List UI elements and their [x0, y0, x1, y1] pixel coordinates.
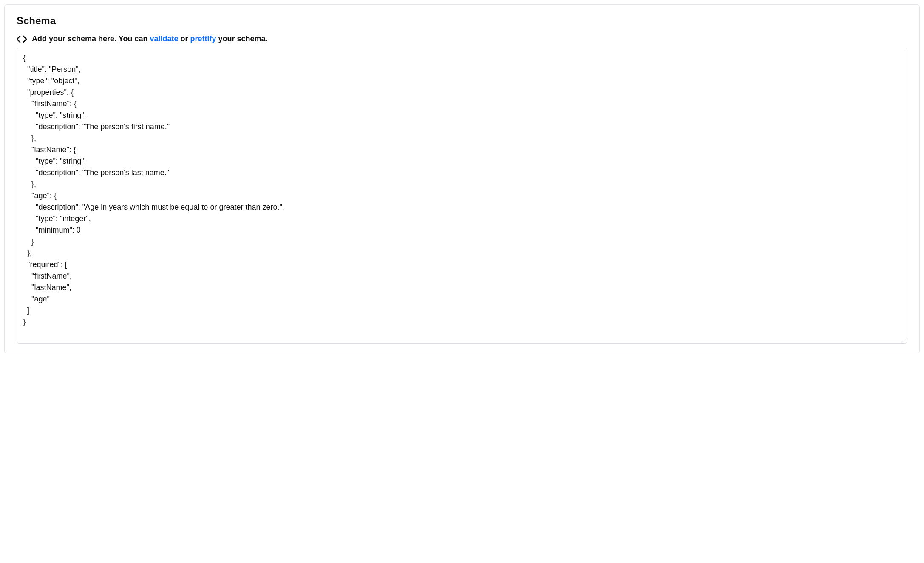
schema-editor[interactable] [17, 48, 907, 341]
panel-title: Schema [17, 15, 907, 27]
helper-middle: or [178, 34, 190, 43]
prettify-link[interactable]: prettify [190, 34, 216, 43]
schema-panel: Schema Add your schema here. You can val… [4, 4, 920, 353]
helper-suffix: your schema. [216, 34, 268, 43]
validate-link[interactable]: validate [150, 34, 178, 43]
helper-prefix: Add your schema here. You can [32, 34, 150, 43]
code-icon [17, 35, 27, 43]
helper-row: Add your schema here. You can validate o… [17, 34, 907, 43]
editor-container [17, 48, 907, 344]
helper-text: Add your schema here. You can validate o… [32, 34, 268, 43]
